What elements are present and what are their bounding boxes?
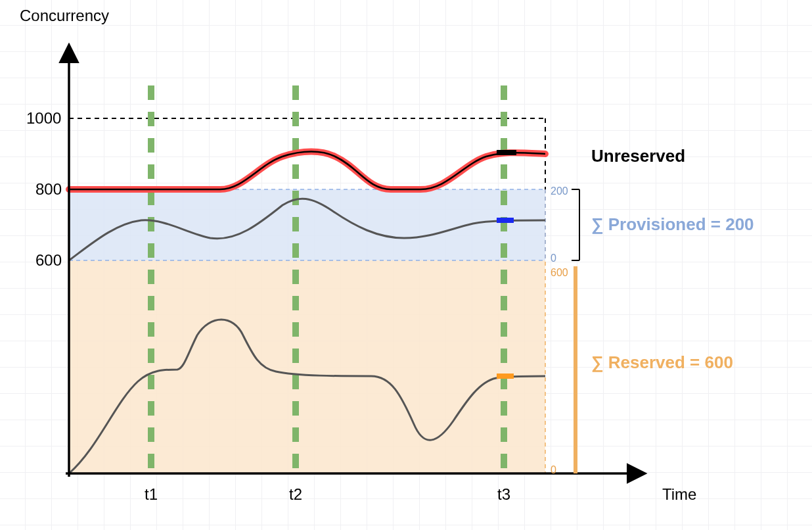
x-tick-t2: t2	[289, 485, 302, 503]
unreserved-curve-highlight	[69, 152, 545, 190]
concurrency-diagram: 600 800 1000 t1 t2 t3 Concurrency Time 2…	[0, 0, 812, 530]
reserved-scale-bottom: 0	[551, 464, 556, 475]
unreserved-label: Unreserved	[591, 146, 685, 166]
provisioned-bracket	[572, 189, 579, 260]
provisioned-scale-top: 200	[551, 185, 568, 197]
y-tick-800: 800	[35, 180, 62, 198]
marker-provisioned-t3	[497, 218, 514, 223]
y-tick-600: 600	[35, 251, 62, 269]
marker-reserved-t3	[497, 373, 514, 379]
x-axis-label: Time	[662, 485, 696, 503]
reserved-region	[69, 260, 545, 473]
provisioned-scale-bottom: 0	[551, 253, 556, 264]
x-tick-t1: t1	[145, 485, 158, 503]
reserved-scale-top: 600	[551, 267, 568, 278]
marker-unreserved-t3	[497, 150, 516, 155]
x-tick-t3: t3	[497, 485, 510, 503]
provisioned-label: ∑ Provisioned = 200	[591, 214, 754, 234]
y-axis-label: Concurrency	[20, 7, 109, 24]
unreserved-curve	[69, 152, 545, 190]
reserved-label: ∑ Reserved = 600	[591, 352, 733, 372]
y-tick-1000: 1000	[26, 109, 61, 127]
